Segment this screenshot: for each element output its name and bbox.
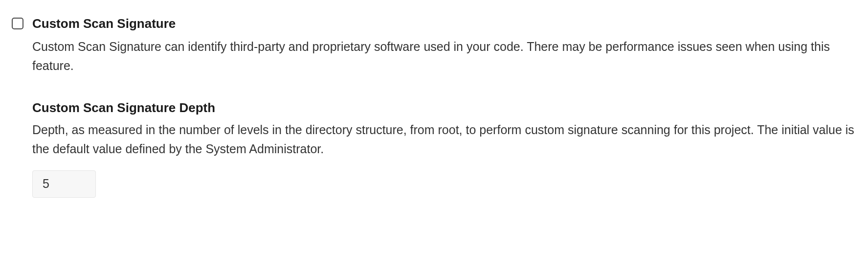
custom-scan-depth-input[interactable]: [32, 170, 96, 198]
custom-scan-signature-setting: Custom Scan Signature Custom Scan Signat…: [12, 15, 856, 75]
custom-scan-depth-setting: Custom Scan Signature Depth Depth, as me…: [12, 99, 856, 198]
custom-scan-depth-input-wrapper: [32, 170, 856, 198]
custom-scan-depth-heading: Custom Scan Signature Depth: [32, 99, 856, 116]
custom-scan-signature-row: Custom Scan Signature: [12, 15, 856, 32]
custom-scan-depth-description: Depth, as measured in the number of leve…: [32, 120, 856, 159]
custom-scan-signature-label[interactable]: Custom Scan Signature: [32, 15, 176, 32]
custom-scan-signature-description: Custom Scan Signature can identify third…: [32, 37, 856, 75]
custom-scan-signature-checkbox[interactable]: [12, 18, 23, 29]
